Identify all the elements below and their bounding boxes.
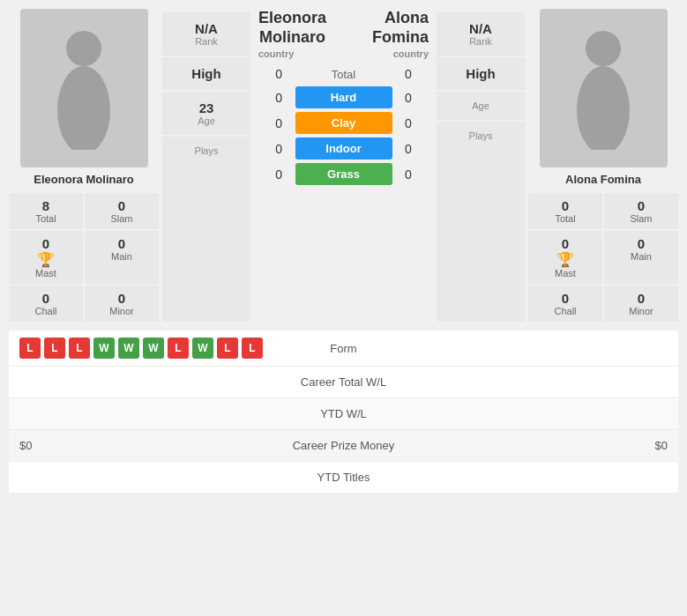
right-surface-value: High — [444, 66, 518, 81]
left-main-value: 0 — [88, 236, 155, 251]
right-chall-cell: 0 Chall — [528, 286, 602, 322]
form-badge-w: W — [93, 338, 115, 359]
left-age-cell: 23 Age — [162, 92, 250, 137]
grass-surface-btn[interactable]: Grass — [295, 163, 392, 185]
form-badge-l: L — [168, 338, 189, 359]
right-player-photo — [540, 9, 668, 167]
left-name-line1: Eleonora — [258, 9, 326, 28]
left-chall-label: Chall — [12, 306, 79, 316]
left-main-cell: 0 Main — [85, 231, 159, 284]
indoor-left-val: 0 — [254, 142, 289, 156]
right-country: country — [372, 48, 429, 60]
hard-left-val: 0 — [254, 91, 289, 105]
indoor-surface-btn[interactable]: Indoor — [295, 137, 392, 160]
career-wl-row: Career Total W/L — [9, 367, 678, 398]
clay-surface-btn[interactable]: Clay — [295, 112, 392, 134]
clay-right-val: 0 — [398, 116, 433, 130]
total-label: Total — [289, 68, 398, 81]
center-names-row: Eleonora Molinaro country Alona Fomina c… — [254, 9, 433, 60]
left-age-value: 23 — [169, 100, 243, 115]
svg-point-0 — [66, 31, 101, 66]
right-player-name: Alona Fomina — [565, 173, 641, 186]
left-mast-value: 0 — [12, 236, 79, 251]
left-rank-value: N/A — [169, 21, 243, 36]
right-rank-label: Rank — [444, 36, 518, 47]
svg-point-1 — [57, 66, 110, 150]
left-player-card: Eleonora Molinaro 8 Total 0 Slam 0 🏆 Mas… — [9, 9, 159, 322]
left-total-value: 8 — [12, 198, 79, 213]
indoor-comp-row: 0 Indoor 0 — [254, 137, 433, 160]
right-rank-value: N/A — [444, 21, 518, 36]
hard-comp-row: 0 Hard 0 — [254, 86, 433, 108]
left-total-cell: 8 Total — [9, 193, 83, 229]
career-prize-row: $0 Career Prize Money $0 — [9, 430, 678, 462]
form-badge-w: W — [192, 338, 213, 359]
form-section: LLLWWWLWLL Form Career Total W/L YTD W/L… — [9, 330, 678, 493]
right-main-cell: 0 Main — [604, 231, 678, 284]
main-container: Eleonora Molinaro 8 Total 0 Slam 0 🏆 Mas… — [0, 0, 687, 507]
form-badge-l: L — [217, 338, 238, 359]
left-chall-cell: 0 Chall — [9, 286, 83, 322]
right-minor-label: Minor — [608, 306, 675, 316]
form-badge-w: W — [118, 338, 139, 359]
left-minor-value: 0 — [88, 291, 155, 306]
right-slam-value: 0 — [608, 198, 675, 213]
grass-right-val: 0 — [398, 167, 433, 182]
right-trophy-icon: 🏆 — [556, 252, 574, 267]
right-total-cell: 0 Total — [528, 193, 602, 229]
clay-left-val: 0 — [254, 116, 289, 130]
center-wrapper: Eleonora Molinaro country Alona Fomina c… — [254, 9, 433, 322]
left-trophy-icon: 🏆 — [37, 252, 55, 267]
right-player-card: Alona Fomina 0 Total 0 Slam 0 🏆 Mast 0 — [528, 9, 678, 322]
ytd-wl-row: YTD W/L — [9, 398, 678, 430]
form-badge-l: L — [69, 338, 90, 359]
right-mast-value: 0 — [532, 236, 599, 251]
right-age-label: Age — [444, 100, 518, 111]
grass-label-center: Grass — [289, 163, 398, 185]
left-age-label: Age — [169, 115, 243, 126]
right-chall-label: Chall — [532, 306, 599, 316]
form-badge-l: L — [19, 338, 41, 359]
right-chall-value: 0 — [532, 291, 599, 306]
left-player-name: Eleonora Molinaro — [34, 173, 133, 186]
hard-surface-btn[interactable]: Hard — [295, 86, 392, 108]
right-rank-cell: N/A Rank — [437, 12, 525, 57]
form-label: Form — [291, 342, 397, 355]
player-comparison: Eleonora Molinaro 8 Total 0 Slam 0 🏆 Mas… — [9, 9, 678, 322]
right-player-stats: 0 Total 0 Slam 0 🏆 Mast 0 Main 0 — [528, 193, 678, 322]
right-name-center: Alona Fomina country — [372, 9, 429, 60]
left-plays-label: Plays — [169, 145, 243, 156]
left-name-center: Eleonora Molinaro country — [258, 9, 326, 60]
right-total-value: 0 — [532, 198, 599, 213]
left-plays-cell: Plays — [162, 137, 250, 165]
svg-point-2 — [586, 31, 621, 66]
svg-point-3 — [577, 66, 630, 150]
left-surface-cell: High — [162, 57, 250, 92]
right-info-panel: N/A Rank High Age Plays — [437, 12, 525, 322]
total-left-val: 0 — [254, 67, 289, 81]
left-chall-value: 0 — [12, 291, 79, 306]
left-minor-cell: 0 Minor — [85, 286, 159, 322]
form-badges-left: LLLWWWLWLL — [19, 338, 291, 359]
left-mast-label: Mast — [12, 268, 79, 278]
career-wl-label: Career Total W/L — [256, 375, 432, 389]
left-name-line2: Molinaro — [258, 28, 326, 48]
right-main-value: 0 — [608, 236, 675, 251]
form-badge-l: L — [44, 338, 65, 359]
left-country: country — [258, 48, 326, 60]
left-slam-label: Slam — [88, 213, 155, 224]
ytd-titles-label: YTD Titles — [256, 471, 432, 484]
right-main-label: Main — [608, 251, 675, 262]
total-right-val: 0 — [398, 67, 433, 81]
left-slam-value: 0 — [88, 198, 155, 213]
left-info-panel: N/A Rank High 23 Age Plays — [162, 12, 250, 322]
form-row: LLLWWWLWLL Form — [9, 330, 678, 367]
left-minor-label: Minor — [88, 306, 155, 316]
left-main-label: Main — [88, 251, 155, 262]
left-slam-cell: 0 Slam — [85, 193, 159, 229]
left-player-stats: 8 Total 0 Slam 0 🏆 Mast 0 Main 0 — [9, 193, 159, 322]
total-comp-row: 0 Total 0 — [254, 67, 433, 81]
right-plays-cell: Plays — [437, 122, 525, 150]
left-rank-label: Rank — [169, 36, 243, 47]
right-mast-cell: 0 🏆 Mast — [528, 231, 602, 284]
